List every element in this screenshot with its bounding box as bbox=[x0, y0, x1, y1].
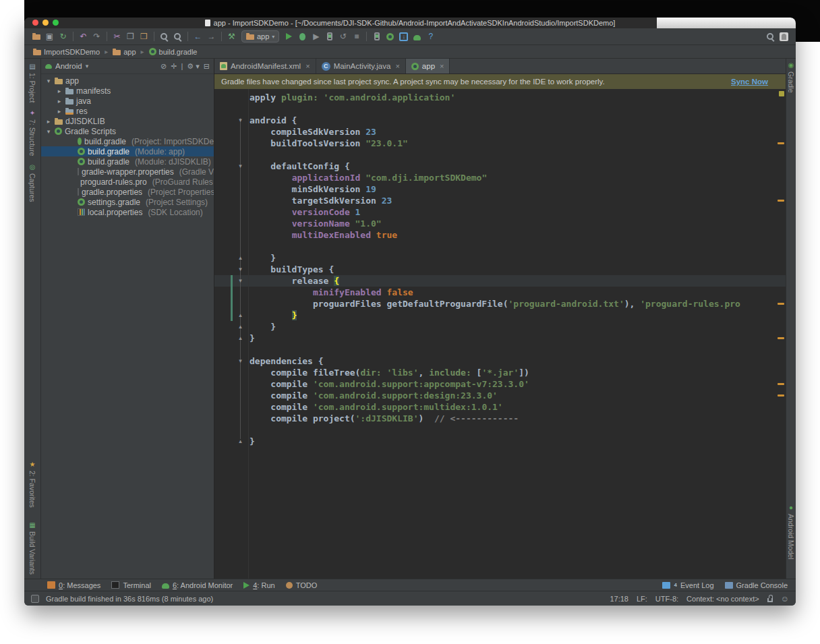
replace-icon[interactable] bbox=[171, 31, 184, 42]
collapse-all-icon[interactable]: ⊟ bbox=[204, 62, 210, 71]
fold-marker-icon[interactable]: ▾ bbox=[237, 163, 244, 170]
fold-marker-icon[interactable]: ▴ bbox=[237, 254, 244, 262]
code-editor[interactable]: apply plugin: 'com.android.application'a… bbox=[214, 89, 786, 579]
breadcrumb-item-app[interactable]: app bbox=[111, 48, 138, 56]
tree-item-local-properties[interactable]: local.properties(SDK Location) bbox=[41, 207, 214, 217]
fold-marker-icon[interactable]: ▾ bbox=[237, 277, 244, 285]
code-line[interactable]: versionCode 1 bbox=[214, 206, 786, 218]
tool-window-button-0--messages[interactable]: 0: Messages bbox=[47, 581, 100, 589]
code-line[interactable]: } bbox=[214, 252, 786, 264]
tool-window-toggle-icon[interactable] bbox=[31, 595, 39, 603]
run-icon[interactable] bbox=[283, 31, 295, 42]
code-line[interactable]: } bbox=[214, 332, 786, 344]
tree-item-settings-gradle[interactable]: settings.gradle(Project Settings) bbox=[41, 197, 214, 207]
fold-marker-icon[interactable]: ▾ bbox=[237, 357, 244, 365]
tool-stripe-button-captures[interactable]: ◎Captures bbox=[28, 163, 36, 202]
code-line[interactable]: buildToolsVersion "23.0.1" bbox=[214, 138, 786, 149]
tool-stripe-button----structure[interactable]: ✦7: Structure bbox=[28, 109, 36, 156]
filter-icon[interactable]: ⊘ bbox=[160, 62, 167, 71]
fold-marker-icon[interactable]: ▴ bbox=[237, 334, 244, 342]
search-everywhere-icon[interactable] bbox=[764, 31, 777, 42]
breadcrumb-item-importsdkdemo[interactable]: ImportSDKDemo bbox=[31, 48, 102, 56]
warning-marker-tick[interactable] bbox=[778, 337, 784, 339]
cut-icon[interactable]: ✂ bbox=[111, 31, 123, 42]
tab-close-icon[interactable]: × bbox=[440, 62, 444, 70]
code-line[interactable]: minSdkVersion 19 bbox=[214, 183, 786, 195]
tree-item-gradle-properties[interactable]: gradle.properties(Project Properties) bbox=[41, 187, 214, 197]
tool-stripe-button----project[interactable]: ▤1: Project bbox=[28, 63, 36, 103]
warning-marker-tick[interactable] bbox=[778, 142, 784, 144]
code-line[interactable]: release { bbox=[214, 275, 786, 287]
tree-item-build-gradle[interactable]: build.gradle(Project: ImportSDKDemo) bbox=[41, 136, 214, 146]
tree-item-java[interactable]: ▸java bbox=[41, 96, 214, 106]
back-icon[interactable]: ← bbox=[192, 31, 204, 42]
attach-debugger-icon[interactable] bbox=[323, 31, 336, 42]
tab-mainactivity-java[interactable]: CMainActivity.java× bbox=[316, 59, 406, 74]
gradle-sync-icon[interactable] bbox=[384, 31, 397, 42]
forward-icon[interactable]: → bbox=[205, 31, 218, 42]
encoding-indicator[interactable]: UTF-8: bbox=[655, 595, 678, 603]
undo-icon[interactable]: ↶ bbox=[77, 31, 90, 42]
error-stripe-status-square[interactable] bbox=[779, 91, 784, 96]
debug-icon[interactable] bbox=[296, 31, 309, 42]
code-line[interactable]: compile 'com.android.support:appcompat-v… bbox=[214, 378, 786, 390]
tree-item-gradle-scripts[interactable]: ▾Gradle Scripts bbox=[41, 126, 214, 136]
tree-item-res[interactable]: ▸res bbox=[41, 106, 214, 116]
copy-icon[interactable]: ❐ bbox=[124, 31, 137, 42]
tool-window-button-todo[interactable]: TODO bbox=[286, 581, 318, 589]
tree-arrow-icon[interactable]: ▾ bbox=[45, 128, 52, 135]
tree-item-djisdklib[interactable]: ▸dJISDKLIB bbox=[41, 116, 214, 126]
code-line[interactable]: defaultConfig { bbox=[214, 160, 786, 172]
save-all-icon[interactable]: ▣ bbox=[43, 31, 56, 42]
code-line[interactable] bbox=[214, 344, 786, 355]
tree-arrow-icon[interactable]: ▸ bbox=[45, 118, 52, 125]
tool-window-button-gradle-console[interactable]: Gradle Console bbox=[725, 581, 788, 589]
avd-manager-icon[interactable] bbox=[370, 31, 383, 42]
tree-arrow-icon[interactable]: ▸ bbox=[56, 108, 63, 115]
project-view-selector[interactable]: Android bbox=[55, 62, 82, 70]
code-line[interactable]: compile 'com.android.support:design:23.3… bbox=[214, 390, 786, 401]
code-line[interactable]: dependencies { bbox=[214, 355, 786, 367]
run-configuration-chip[interactable]: app▾ bbox=[241, 30, 279, 42]
code-line[interactable]: proguardFiles getDefaultProguardFile('pr… bbox=[214, 298, 786, 310]
sdk-manager-icon[interactable]: ↓ bbox=[397, 31, 410, 42]
code-line[interactable]: compileSdkVersion 23 bbox=[214, 126, 786, 138]
stop-icon[interactable]: ■ bbox=[350, 31, 363, 42]
tool-window-button-4--run[interactable]: 4: Run bbox=[243, 581, 274, 589]
close-window-button[interactable] bbox=[32, 20, 38, 26]
tab-app[interactable]: app× bbox=[406, 59, 450, 74]
lock-icon[interactable] bbox=[767, 598, 773, 602]
warning-marker-tick[interactable] bbox=[778, 394, 784, 397]
code-line[interactable]: buildTypes { bbox=[214, 264, 786, 275]
fold-marker-icon[interactable]: ▴ bbox=[237, 312, 244, 319]
tab-androidmanifest-xml[interactable]: AndroidManifest.xml× bbox=[214, 59, 316, 74]
tree-item-manifests[interactable]: ▸manifests bbox=[41, 86, 214, 96]
code-line[interactable]: compile 'com.android.support:multidex:1.… bbox=[214, 401, 786, 413]
code-line[interactable]: android { bbox=[214, 115, 786, 126]
tool-stripe-button-build-variants[interactable]: ▦Build Variants bbox=[28, 521, 36, 575]
line-ending-indicator[interactable]: LF: bbox=[637, 595, 647, 603]
code-line[interactable]: targetSdkVersion 23 bbox=[214, 195, 786, 206]
tool-window-button-terminal[interactable]: Terminal bbox=[111, 581, 151, 589]
tab-close-icon[interactable]: × bbox=[395, 62, 399, 70]
build-icon[interactable]: ⚒ bbox=[225, 31, 238, 42]
code-line[interactable]: minifyEnabled false bbox=[214, 287, 786, 298]
android-device-monitor-icon[interactable] bbox=[411, 31, 423, 42]
fold-marker-icon[interactable]: ▾ bbox=[237, 266, 244, 273]
coverage-icon[interactable]: ▶ bbox=[310, 31, 322, 42]
tree-item-gradle-wrapper-properties[interactable]: gradle-wrapper.properties(Gradle Version… bbox=[41, 167, 214, 177]
help-icon[interactable]: ? bbox=[424, 31, 437, 42]
fold-marker-icon[interactable]: ▴ bbox=[237, 438, 244, 445]
tree-item-build-gradle[interactable]: build.gradle(Module: app) bbox=[41, 146, 214, 156]
code-line[interactable]: multiDexEnabled true bbox=[214, 229, 786, 241]
tool-window-button-6--android-monitor[interactable]: 6: Android Monitor bbox=[162, 581, 233, 589]
minimize-window-button[interactable] bbox=[42, 20, 49, 26]
redo-icon[interactable]: ↷ bbox=[90, 31, 103, 42]
chevron-down-icon[interactable]: ▾ bbox=[86, 63, 89, 69]
warning-marker-tick[interactable] bbox=[778, 200, 784, 202]
tree-arrow-icon[interactable]: ▸ bbox=[56, 88, 63, 94]
code-line[interactable]: apply plugin: 'com.android.application' bbox=[214, 92, 786, 103]
tab-close-icon[interactable]: × bbox=[305, 62, 310, 70]
code-line[interactable] bbox=[214, 241, 786, 252]
tool-stripe-button-gradle[interactable]: ◉Gradle bbox=[787, 61, 795, 93]
